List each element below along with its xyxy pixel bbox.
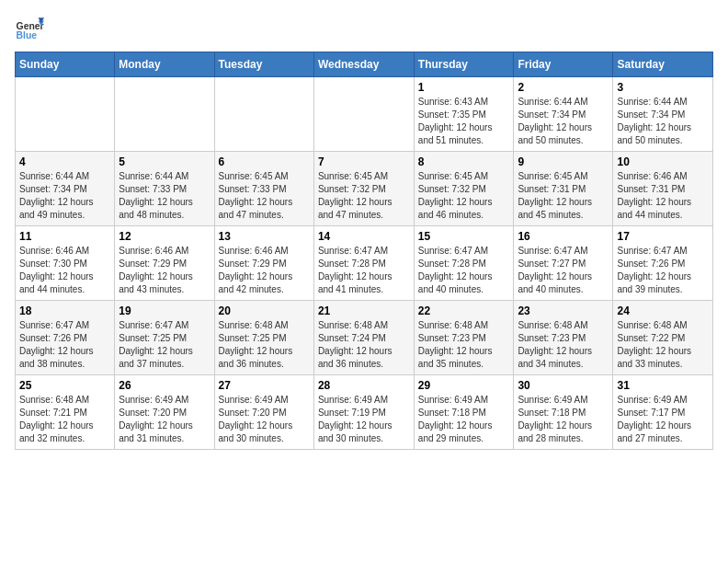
calendar-cell: 31Sunrise: 6:49 AM Sunset: 7:17 PM Dayli…: [613, 375, 713, 450]
day-info: Sunrise: 6:47 AM Sunset: 7:26 PM Dayligh…: [19, 319, 110, 371]
calendar-cell: 8Sunrise: 6:45 AM Sunset: 7:32 PM Daylig…: [414, 152, 514, 226]
calendar-cell: 15Sunrise: 6:47 AM Sunset: 7:28 PM Dayli…: [414, 226, 514, 301]
day-number: 13: [219, 230, 310, 243]
day-info: Sunrise: 6:47 AM Sunset: 7:28 PM Dayligh…: [318, 245, 410, 296]
day-number: 1: [418, 81, 510, 94]
day-info: Sunrise: 6:44 AM Sunset: 7:34 PM Dayligh…: [518, 96, 609, 147]
calendar-cell: 10Sunrise: 6:46 AM Sunset: 7:31 PM Dayli…: [613, 152, 713, 226]
day-number: 4: [19, 155, 110, 168]
calendar-cell: 17Sunrise: 6:47 AM Sunset: 7:26 PM Dayli…: [613, 226, 713, 301]
day-info: Sunrise: 6:46 AM Sunset: 7:31 PM Dayligh…: [617, 170, 709, 222]
calendar-cell: 7Sunrise: 6:45 AM Sunset: 7:32 PM Daylig…: [313, 152, 414, 226]
day-number: 19: [119, 304, 210, 317]
calendar-cell: [16, 77, 115, 152]
calendar-cell: 2Sunrise: 6:44 AM Sunset: 7:34 PM Daylig…: [514, 77, 613, 152]
calendar-table: SundayMondayTuesdayWednesdayThursdayFrid…: [15, 52, 713, 450]
day-number: 17: [617, 230, 709, 243]
calendar-cell: 11Sunrise: 6:46 AM Sunset: 7:30 PM Dayli…: [16, 226, 115, 301]
day-info: Sunrise: 6:48 AM Sunset: 7:24 PM Dayligh…: [318, 319, 410, 371]
calendar-week-4: 18Sunrise: 6:47 AM Sunset: 7:26 PM Dayli…: [16, 301, 713, 375]
day-number: 11: [19, 230, 110, 243]
day-number: 20: [219, 304, 310, 317]
day-info: Sunrise: 6:48 AM Sunset: 7:21 PM Dayligh…: [19, 394, 110, 445]
weekday-sunday: Sunday: [16, 52, 115, 77]
day-number: 3: [617, 81, 709, 94]
day-info: Sunrise: 6:43 AM Sunset: 7:35 PM Dayligh…: [418, 96, 510, 147]
day-info: Sunrise: 6:45 AM Sunset: 7:32 PM Dayligh…: [418, 170, 510, 222]
calendar-cell: 6Sunrise: 6:45 AM Sunset: 7:33 PM Daylig…: [214, 152, 313, 226]
calendar-cell: 9Sunrise: 6:45 AM Sunset: 7:31 PM Daylig…: [514, 152, 613, 226]
day-number: 29: [418, 379, 510, 392]
calendar-cell: 3Sunrise: 6:44 AM Sunset: 7:34 PM Daylig…: [613, 77, 713, 152]
day-info: Sunrise: 6:44 AM Sunset: 7:34 PM Dayligh…: [617, 96, 709, 147]
weekday-monday: Monday: [115, 52, 214, 77]
day-info: Sunrise: 6:45 AM Sunset: 7:31 PM Dayligh…: [518, 170, 609, 222]
weekday-friday: Friday: [514, 52, 613, 77]
calendar-week-3: 11Sunrise: 6:46 AM Sunset: 7:30 PM Dayli…: [16, 226, 713, 301]
day-number: 27: [219, 379, 310, 392]
day-number: 12: [119, 230, 210, 243]
calendar-week-1: 1Sunrise: 6:43 AM Sunset: 7:35 PM Daylig…: [16, 77, 713, 152]
day-info: Sunrise: 6:47 AM Sunset: 7:25 PM Dayligh…: [119, 319, 210, 371]
page-header: General Blue: [15, 15, 713, 44]
day-number: 23: [518, 304, 609, 317]
calendar-cell: [313, 77, 414, 152]
day-number: 24: [617, 304, 709, 317]
day-info: Sunrise: 6:45 AM Sunset: 7:32 PM Dayligh…: [318, 170, 410, 222]
day-info: Sunrise: 6:46 AM Sunset: 7:29 PM Dayligh…: [219, 245, 310, 296]
calendar-cell: 23Sunrise: 6:48 AM Sunset: 7:23 PM Dayli…: [514, 301, 613, 375]
day-number: 22: [418, 304, 510, 317]
calendar-cell: 26Sunrise: 6:49 AM Sunset: 7:20 PM Dayli…: [115, 375, 214, 450]
day-number: 15: [418, 230, 510, 243]
day-number: 7: [318, 155, 410, 168]
weekday-thursday: Thursday: [414, 52, 514, 77]
day-info: Sunrise: 6:49 AM Sunset: 7:18 PM Dayligh…: [418, 394, 510, 445]
calendar-cell: 28Sunrise: 6:49 AM Sunset: 7:19 PM Dayli…: [313, 375, 414, 450]
day-info: Sunrise: 6:48 AM Sunset: 7:22 PM Dayligh…: [617, 319, 709, 371]
day-info: Sunrise: 6:44 AM Sunset: 7:34 PM Dayligh…: [19, 170, 110, 222]
calendar-body: 1Sunrise: 6:43 AM Sunset: 7:35 PM Daylig…: [16, 77, 713, 450]
calendar-cell: 5Sunrise: 6:44 AM Sunset: 7:33 PM Daylig…: [115, 152, 214, 226]
day-number: 31: [617, 379, 709, 392]
day-info: Sunrise: 6:48 AM Sunset: 7:25 PM Dayligh…: [219, 319, 310, 371]
calendar-cell: 18Sunrise: 6:47 AM Sunset: 7:26 PM Dayli…: [16, 301, 115, 375]
calendar-cell: 22Sunrise: 6:48 AM Sunset: 7:23 PM Dayli…: [414, 301, 514, 375]
day-number: 21: [318, 304, 410, 317]
weekday-tuesday: Tuesday: [214, 52, 313, 77]
day-number: 14: [318, 230, 410, 243]
day-number: 18: [19, 304, 110, 317]
day-number: 8: [418, 155, 510, 168]
day-info: Sunrise: 6:48 AM Sunset: 7:23 PM Dayligh…: [418, 319, 510, 371]
day-info: Sunrise: 6:47 AM Sunset: 7:26 PM Dayligh…: [617, 245, 709, 296]
calendar-cell: 1Sunrise: 6:43 AM Sunset: 7:35 PM Daylig…: [414, 77, 514, 152]
calendar-cell: 25Sunrise: 6:48 AM Sunset: 7:21 PM Dayli…: [16, 375, 115, 450]
day-number: 10: [617, 155, 709, 168]
calendar-week-5: 25Sunrise: 6:48 AM Sunset: 7:21 PM Dayli…: [16, 375, 713, 450]
day-info: Sunrise: 6:49 AM Sunset: 7:20 PM Dayligh…: [219, 394, 310, 445]
weekday-wednesday: Wednesday: [313, 52, 414, 77]
day-info: Sunrise: 6:47 AM Sunset: 7:28 PM Dayligh…: [418, 245, 510, 296]
calendar-cell: 21Sunrise: 6:48 AM Sunset: 7:24 PM Dayli…: [313, 301, 414, 375]
logo-icon: General Blue: [15, 15, 44, 44]
day-number: 16: [518, 230, 609, 243]
calendar-cell: 16Sunrise: 6:47 AM Sunset: 7:27 PM Dayli…: [514, 226, 613, 301]
day-info: Sunrise: 6:46 AM Sunset: 7:30 PM Dayligh…: [19, 245, 110, 296]
calendar-cell: 14Sunrise: 6:47 AM Sunset: 7:28 PM Dayli…: [313, 226, 414, 301]
calendar-week-2: 4Sunrise: 6:44 AM Sunset: 7:34 PM Daylig…: [16, 152, 713, 226]
day-info: Sunrise: 6:49 AM Sunset: 7:17 PM Dayligh…: [617, 394, 709, 445]
day-number: 9: [518, 155, 609, 168]
day-number: 6: [219, 155, 310, 168]
day-number: 26: [119, 379, 210, 392]
day-info: Sunrise: 6:46 AM Sunset: 7:29 PM Dayligh…: [119, 245, 210, 296]
calendar-cell: 24Sunrise: 6:48 AM Sunset: 7:22 PM Dayli…: [613, 301, 713, 375]
calendar-header: SundayMondayTuesdayWednesdayThursdayFrid…: [16, 52, 713, 77]
day-number: 2: [518, 81, 609, 94]
calendar-cell: 4Sunrise: 6:44 AM Sunset: 7:34 PM Daylig…: [16, 152, 115, 226]
calendar-cell: 20Sunrise: 6:48 AM Sunset: 7:25 PM Dayli…: [214, 301, 313, 375]
day-number: 30: [518, 379, 609, 392]
day-info: Sunrise: 6:49 AM Sunset: 7:19 PM Dayligh…: [318, 394, 410, 445]
calendar-cell: 13Sunrise: 6:46 AM Sunset: 7:29 PM Dayli…: [214, 226, 313, 301]
day-info: Sunrise: 6:48 AM Sunset: 7:23 PM Dayligh…: [518, 319, 609, 371]
calendar-cell: 29Sunrise: 6:49 AM Sunset: 7:18 PM Dayli…: [414, 375, 514, 450]
day-info: Sunrise: 6:45 AM Sunset: 7:33 PM Dayligh…: [219, 170, 310, 222]
